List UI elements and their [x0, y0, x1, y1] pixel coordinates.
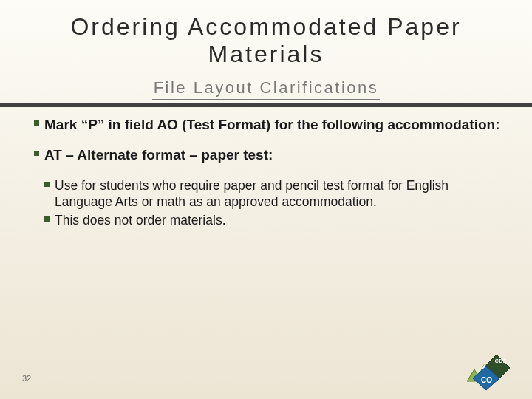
page-number: 32: [22, 374, 31, 383]
bullet-level2-group: Use for students who require paper and p…: [34, 177, 507, 228]
bullet-level1: AT – Alternate format – paper test:: [34, 146, 507, 164]
title-block: Ordering Accommodated Paper Materials: [0, 0, 532, 72]
subtitle-wrap: File Layout Clarifications: [0, 78, 532, 100]
logo-text-bottom: CO: [481, 376, 492, 384]
bullet-level2: This does not order materials.: [44, 212, 507, 228]
bullet-level1: Mark “P” in field AO (Test Format) for t…: [34, 116, 507, 134]
page-subtitle: File Layout Clarifications: [152, 78, 381, 100]
bullet-level2: Use for students who require paper and p…: [44, 177, 507, 211]
page-title: Ordering Accommodated Paper Materials: [15, 13, 517, 68]
cde-logo: CDE CO: [464, 353, 511, 392]
content-area: Mark “P” in field AO (Test Format) for t…: [0, 107, 532, 229]
logo-text-top: CDE: [495, 358, 507, 364]
